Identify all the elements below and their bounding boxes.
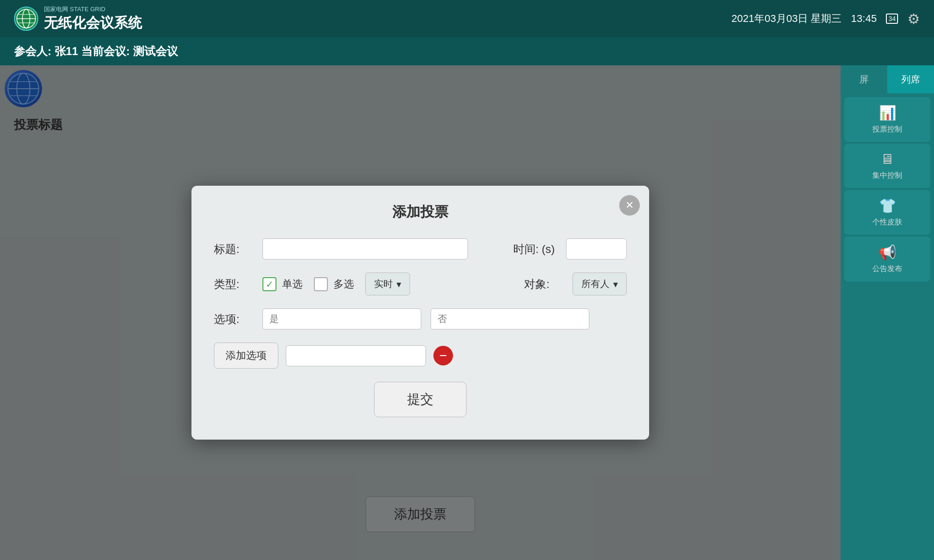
target-label: 对象: xyxy=(524,277,561,292)
battery-icon: 34 xyxy=(886,14,898,24)
sidebar-item-vote-control[interactable]: 📊 投票控制 xyxy=(844,97,930,142)
logo-text: 国家电网 STATE GRID 无纸化会议系统 xyxy=(44,5,142,33)
add-option-input[interactable] xyxy=(286,345,426,366)
type-label: 类型: xyxy=(214,277,251,292)
options-row: 选项: xyxy=(214,308,627,329)
header-right: 2021年03月03日 星期三 13:45 34 ⚙ xyxy=(731,11,920,27)
time-display: 13:45 xyxy=(851,13,877,25)
personal-skin-label: 个性皮肤 xyxy=(872,217,902,227)
header-left: 国家电网 STATE GRID 无纸化会议系统 xyxy=(14,5,142,33)
announcement-icon: 📢 xyxy=(879,244,896,260)
session-info: 参会人: 张11 当前会议: 测试会议 xyxy=(14,44,178,59)
central-control-label: 集中控制 xyxy=(872,171,902,181)
minus-icon: − xyxy=(439,349,447,362)
settings-icon[interactable]: ⚙ xyxy=(907,11,920,27)
options-inputs xyxy=(262,308,589,329)
datetime-display: 2021年03月03日 星期三 xyxy=(731,12,842,26)
vote-control-icon: 📊 xyxy=(879,105,896,121)
title-row: 标题: 时间: (s) xyxy=(214,238,627,259)
single-checkbox[interactable]: ✓ xyxy=(262,277,276,291)
tab-screen-label: 屏 xyxy=(859,73,869,86)
realtime-dropdown[interactable]: 实时 ▾ xyxy=(365,273,410,295)
option2-input[interactable] xyxy=(431,308,589,329)
option1-input[interactable] xyxy=(262,308,421,329)
target-dropdown-arrow-icon: ▾ xyxy=(613,279,618,290)
personal-skin-icon: 👕 xyxy=(879,197,896,214)
app-title: 无纸化会议系统 xyxy=(44,14,142,33)
tab-screen[interactable]: 屏 xyxy=(841,65,887,93)
single-label: 单选 xyxy=(282,277,303,291)
subheader: 参会人: 张11 当前会议: 测试会议 xyxy=(0,37,934,65)
modal-overlay: 添加投票 ✕ 标题: 时间: (s) 类型: ✓ 单选 xyxy=(0,65,841,560)
add-vote-modal: 添加投票 ✕ 标题: 时间: (s) 类型: ✓ 单选 xyxy=(191,186,649,440)
logo-icon xyxy=(14,7,38,31)
title-input[interactable] xyxy=(262,238,468,259)
tab-attendance-label: 列席 xyxy=(901,73,920,86)
multi-label: 多选 xyxy=(333,277,354,291)
tab-attendance[interactable]: 列席 xyxy=(887,65,934,93)
logo-subtitle: 国家电网 STATE GRID xyxy=(44,5,142,14)
multi-checkbox[interactable] xyxy=(314,277,328,291)
modal-title: 添加投票 xyxy=(214,203,627,222)
sidebar-items: 📊 投票控制 🖥 集中控制 👕 个性皮肤 📢 公告发布 xyxy=(841,93,934,285)
left-panel: 投票标题 添加投票 添加投票 ✕ 标题: 时间: (s) 类型: xyxy=(0,65,841,560)
central-control-icon: 🖥 xyxy=(880,151,894,167)
right-sidebar: 屏 列席 📊 投票控制 🖥 集中控制 👕 个性皮肤 📢 公告发布 xyxy=(841,65,934,560)
submit-button[interactable]: 提交 xyxy=(374,382,467,417)
title-label: 标题: xyxy=(214,242,251,257)
add-option-button[interactable]: 添加选项 xyxy=(214,343,278,369)
sidebar-item-personal-skin[interactable]: 👕 个性皮肤 xyxy=(844,190,930,235)
multi-choice-area: 多选 xyxy=(314,277,354,291)
vote-control-label: 投票控制 xyxy=(872,125,902,134)
remove-option-button[interactable]: − xyxy=(433,346,453,365)
sidebar-tabs: 屏 列席 xyxy=(841,65,934,93)
dropdown-arrow-icon: ▾ xyxy=(396,279,401,290)
sidebar-item-central-control[interactable]: 🖥 集中控制 xyxy=(844,144,930,188)
sidebar-item-announcement[interactable]: 📢 公告发布 xyxy=(844,237,930,281)
target-value: 所有人 xyxy=(581,278,609,290)
checkmark-icon: ✓ xyxy=(266,279,274,290)
submit-row: 提交 xyxy=(214,382,627,417)
announcement-label: 公告发布 xyxy=(872,264,902,274)
main-area: 投票标题 添加投票 添加投票 ✕ 标题: 时间: (s) 类型: xyxy=(0,65,934,560)
type-row: 类型: ✓ 单选 多选 实时 ▾ 对象: xyxy=(214,273,627,295)
logo-area: 国家电网 STATE GRID 无纸化会议系统 xyxy=(14,5,142,33)
single-choice-area: ✓ 单选 xyxy=(262,277,303,291)
time-label: 时间: (s) xyxy=(513,242,555,257)
modal-close-button[interactable]: ✕ xyxy=(619,195,640,216)
time-input[interactable] xyxy=(566,238,627,259)
options-label: 选项: xyxy=(214,312,251,327)
header: 国家电网 STATE GRID 无纸化会议系统 2021年03月03日 星期三 … xyxy=(0,0,934,37)
add-option-row: 添加选项 − xyxy=(214,343,627,369)
target-dropdown[interactable]: 所有人 ▾ xyxy=(573,273,627,295)
realtime-label: 实时 xyxy=(374,278,393,290)
